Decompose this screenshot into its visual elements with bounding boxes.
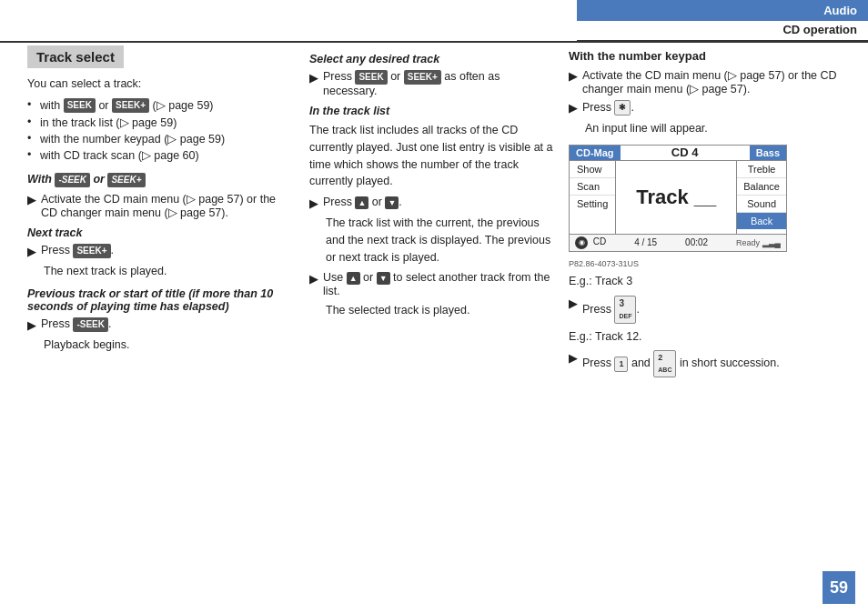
eg2-step: ▶ Press 1 and 2ABC in short succession.: [569, 350, 851, 377]
eg1-step: ▶ Press 3DEF.: [569, 296, 851, 324]
arrow-icon: ▶: [27, 245, 36, 258]
arrow-icon: ▶: [569, 101, 578, 115]
eg2-label: E.g.: Track 12.: [569, 328, 851, 346]
prev-track-result: Playback begins.: [27, 337, 291, 354]
keypad-step2-text: Press ✱.: [582, 100, 634, 116]
with-seek-step1-text: Activate the CD main menu (▷ page 57) or…: [41, 192, 291, 219]
seek-minus-key: SEEK: [64, 98, 96, 113]
key1: 1: [614, 357, 628, 372]
seek-plus-key: SEEK+: [112, 98, 149, 113]
keypad-step2: ▶ Press ✱.: [569, 100, 851, 116]
next-track-step-text: Press SEEK+.: [41, 244, 114, 258]
list-item: with the number keypad (▷ page 59): [27, 132, 291, 146]
mid-column: Select any desired track ▶ Press SEEK or…: [309, 45, 555, 577]
track-select-heading: Track select: [27, 45, 124, 68]
eg1-label: E.g.: Track 3: [569, 273, 851, 290]
left-column: Track select You can select a track: wit…: [27, 45, 291, 577]
prev-track-step: ▶ Press -SEEK.: [27, 317, 291, 332]
list-item: with SEEK or SEEK+ (▷ page 59): [27, 98, 291, 114]
section-title: Audio: [577, 0, 868, 21]
next-track-result: The next track is played.: [27, 263, 291, 280]
track-list-step1-text: Press ▲ or ▼.: [323, 196, 402, 209]
arrow-icon: ▶: [309, 196, 318, 210]
down-btn2: ▼: [377, 272, 390, 285]
ready-indicator: Ready ▂▃▄: [736, 238, 781, 247]
next-track-step: ▶ Press SEEK+.: [27, 244, 291, 258]
prev-track-step-text: Press -SEEK.: [41, 317, 111, 332]
seek-key2: SEEK+: [404, 70, 441, 85]
arrow-icon: ▶: [569, 69, 578, 83]
key3: 3DEF: [614, 296, 636, 324]
track-position: 4 / 15: [634, 237, 657, 247]
next-track-heading: Next track: [27, 226, 291, 239]
track-label: Track __: [636, 186, 716, 209]
setting-btn: Setting: [570, 196, 615, 212]
arrow-icon: ▶: [569, 296, 578, 310]
up-btn: ▲: [355, 196, 368, 209]
screen-left-btns: Show Scan Setting: [570, 161, 616, 234]
treble-btn: Treble: [737, 161, 786, 178]
bullet-list: with SEEK or SEEK+ (▷ page 59) in the tr…: [27, 98, 291, 163]
cd-screen: CD-Mag CD 4 Bass Show Scan Setting Track…: [569, 145, 787, 252]
with-seek-heading: With -SEEK or SEEK+: [27, 173, 291, 187]
back-btn: Back: [737, 213, 786, 229]
track-display: Track __: [616, 161, 736, 234]
down-btn: ▼: [385, 196, 399, 209]
page-header: Audio CD operation: [577, 0, 868, 42]
key2: 2ABC: [653, 350, 676, 377]
seek-minus-inline: -SEEK: [55, 173, 90, 187]
cd-title: CD 4: [621, 146, 750, 159]
arrow-icon: ▶: [27, 193, 36, 206]
bass-btn: Bass: [750, 146, 786, 160]
track-list-result2: The selected track is played.: [309, 302, 555, 319]
seek-key1: SEEK: [355, 70, 387, 85]
keypad-step2-result: An input line will appear.: [569, 120, 851, 137]
prev-track-heading: Previous track or start of title (if mor…: [27, 287, 291, 313]
page-number: 59: [823, 571, 855, 604]
cd-disc-icon: ◉: [575, 236, 588, 249]
seek-plus-inline: SEEK+: [107, 173, 145, 187]
keypad-step1: ▶ Activate the CD main menu (▷ page 57) …: [569, 68, 851, 95]
star-key: ✱: [614, 100, 631, 116]
select-track-step: ▶ Press SEEK or SEEK+ as often as necess…: [309, 70, 555, 97]
balance-btn: Balance: [737, 178, 786, 196]
right-column: With the number keypad ▶ Activate the CD…: [569, 45, 851, 577]
show-btn: Show: [570, 161, 615, 178]
track-list-step1: ▶ Press ▲ or ▼.: [309, 196, 555, 210]
sound-btn: Sound: [737, 196, 786, 213]
eg2-step-text: Press 1 and 2ABC in short succession.: [582, 350, 780, 377]
cd-label: CD: [593, 236, 606, 246]
screen-body: Show Scan Setting Track __ Treble Balanc…: [570, 161, 786, 234]
arrow-icon: ▶: [309, 272, 318, 286]
seek-plus-key-next: SEEK+: [73, 244, 110, 258]
subsection-title: CD operation: [577, 21, 868, 42]
screen-footer: ◉ CD 4 / 15 00:02 Ready ▂▃▄: [570, 234, 786, 251]
list-item: with CD track scan (▷ page 60): [27, 148, 291, 162]
with-seek-step1: ▶ Activate the CD main menu (▷ page 57) …: [27, 192, 291, 219]
track-list-heading: In the track list: [309, 105, 555, 117]
keypad-step1-text: Activate the CD main menu (▷ page 57) or…: [582, 68, 851, 95]
signal-bars: ▂▃▄: [762, 238, 781, 247]
seek-minus-key-prev: -SEEK: [73, 317, 108, 332]
arrow-icon: ▶: [569, 351, 578, 365]
select-track-step-text: Press SEEK or SEEK+ as often as necessar…: [323, 70, 555, 97]
screen-header: CD-Mag CD 4 Bass: [570, 146, 786, 161]
time-display: 00:02: [685, 237, 708, 247]
track-list-para: The track list includes all tracks of th…: [309, 122, 555, 190]
select-track-heading: Select any desired track: [309, 53, 555, 65]
up-btn2: ▲: [347, 272, 360, 285]
scan-btn: Scan: [570, 178, 615, 196]
arrow-icon: ▶: [309, 71, 318, 85]
screen-ref: P82.86-4073-31US: [569, 259, 851, 268]
intro-text: You can select a track:: [27, 75, 291, 93]
arrow-icon: ▶: [27, 318, 36, 332]
keypad-heading: With the number keypad: [569, 49, 851, 63]
track-list-step2: ▶ Use ▲ or ▼ to select another track fro…: [309, 271, 555, 297]
screen-right-btns: Treble Balance Sound Back: [736, 161, 786, 234]
cd-icon: ◉ CD: [575, 236, 606, 249]
list-item: in the track list (▷ page 59): [27, 116, 291, 129]
track-list-step2-text: Use ▲ or ▼ to select another track from …: [323, 271, 555, 297]
track-list-result1: The track list with the current, the pre…: [309, 215, 555, 266]
cd-mag-btn: CD-Mag: [570, 146, 621, 160]
eg1-step-text: Press 3DEF.: [582, 296, 640, 324]
